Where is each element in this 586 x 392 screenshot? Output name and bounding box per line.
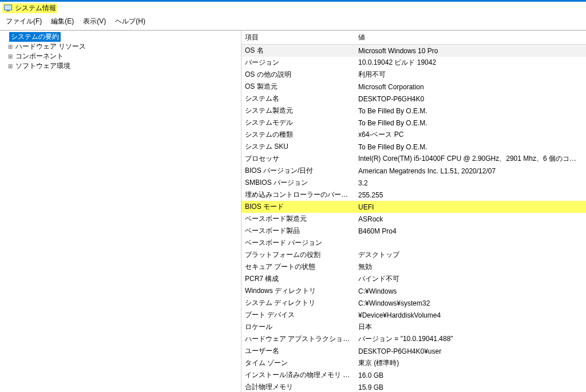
table-row[interactable]: システムの種類x64-ベース PC bbox=[241, 129, 586, 141]
cell-value: Microsoft Corporation bbox=[355, 81, 586, 93]
cell-field: セキュア ブートの状態 bbox=[241, 261, 355, 273]
cell-field: BIOS モード bbox=[241, 201, 355, 213]
detail-pane[interactable]: 項目 値 OS 名Microsoft Windows 10 Proバージョン10… bbox=[241, 31, 586, 392]
cell-field: 埋め込みコントローラーのバージョン bbox=[241, 189, 355, 201]
cell-value: 16.0 GB bbox=[355, 369, 586, 381]
cell-value: To Be Filled By O.E.M. bbox=[355, 117, 586, 129]
menubar: ファイル(F) 編集(E) 表示(V) ヘルプ(H) bbox=[0, 14, 586, 30]
content-split: + システムの要約 ⊞ハードウェア リソース⊞コンポーネント⊞ソフトウェア環境 … bbox=[0, 30, 586, 392]
table-row[interactable]: OS 製造元Microsoft Corporation bbox=[241, 81, 586, 93]
cell-field: BIOS バージョン/日付 bbox=[241, 165, 355, 177]
cell-value: 利用不可 bbox=[355, 69, 586, 81]
cell-field: ロケール bbox=[241, 321, 355, 333]
table-row[interactable]: システム SKUTo Be Filled By O.E.M. bbox=[241, 141, 586, 153]
cell-value: Microsoft Windows 10 Pro bbox=[355, 45, 586, 57]
cell-value: B460M Pro4 bbox=[355, 225, 586, 237]
tree-pane[interactable]: + システムの要約 ⊞ハードウェア リソース⊞コンポーネント⊞ソフトウェア環境 bbox=[0, 31, 241, 392]
tree-item[interactable]: ⊞ソフトウェア環境 bbox=[0, 61, 241, 71]
menu-help[interactable]: ヘルプ(H) bbox=[112, 15, 149, 27]
cell-value: C:¥Windows bbox=[355, 285, 586, 297]
table-row[interactable]: バージョン10.0.19042 ビルド 19042 bbox=[241, 57, 586, 69]
tree-item[interactable]: ⊞コンポーネント bbox=[0, 52, 241, 61]
table-row[interactable]: ベースボード バージョン bbox=[241, 237, 586, 249]
table-row[interactable]: ユーザー名DESKTOP-P6GH4K0¥user bbox=[241, 345, 586, 357]
cell-field: ベースボード製品 bbox=[241, 225, 355, 237]
tree-root[interactable]: + システムの要約 bbox=[0, 32, 241, 42]
cell-field: 合計物理メモリ bbox=[241, 381, 355, 392]
cell-value: 無効 bbox=[355, 261, 586, 273]
table-row[interactable]: ベースボード製造元ASRock bbox=[241, 213, 586, 225]
expand-icon[interactable]: ⊞ bbox=[7, 63, 14, 69]
cell-value: ASRock bbox=[355, 213, 586, 225]
table-row[interactable]: Windows ディレクトリC:¥Windows bbox=[241, 285, 586, 297]
cell-field: インストール済みの物理メモリ (RA... bbox=[241, 369, 355, 381]
tree-item-label: コンポーネント bbox=[14, 52, 65, 61]
table-row[interactable]: タイム ゾーン東京 (標準時) bbox=[241, 357, 586, 369]
col-header-field[interactable]: 項目 bbox=[241, 31, 355, 45]
cell-value: DESKTOP-P6GH4K0 bbox=[355, 93, 586, 105]
menu-view[interactable]: 表示(V) bbox=[80, 15, 109, 27]
expand-icon[interactable]: ⊞ bbox=[7, 53, 14, 60]
svg-rect-1 bbox=[5, 5, 11, 10]
table-row[interactable]: セキュア ブートの状態無効 bbox=[241, 261, 586, 273]
cell-value: バインド不可 bbox=[355, 273, 586, 285]
menu-file[interactable]: ファイル(F) bbox=[2, 15, 45, 27]
table-row[interactable]: ベースボード製品B460M Pro4 bbox=[241, 225, 586, 237]
cell-field: プラットフォームの役割 bbox=[241, 249, 355, 261]
table-row[interactable]: システム名DESKTOP-P6GH4K0 bbox=[241, 93, 586, 105]
app-icon bbox=[3, 3, 13, 13]
cell-field: バージョン bbox=[241, 57, 355, 69]
cell-field: ユーザー名 bbox=[241, 345, 355, 357]
table-row[interactable]: システム ディレクトリC:¥Windows¥system32 bbox=[241, 297, 586, 309]
tree-item[interactable]: ⊞ハードウェア リソース bbox=[0, 42, 241, 52]
cell-value: Intel(R) Core(TM) i5-10400F CPU @ 2.90GH… bbox=[355, 153, 586, 165]
detail-table: 項目 値 OS 名Microsoft Windows 10 Proバージョン10… bbox=[241, 31, 586, 392]
tree-item-label: ソフトウェア環境 bbox=[14, 61, 72, 71]
cell-value: C:¥Windows¥system32 bbox=[355, 297, 586, 309]
table-row[interactable]: ハードウェア アブストラクション レイ...バージョン = "10.0.1904… bbox=[241, 333, 586, 345]
table-row[interactable]: システムモデルTo Be Filled By O.E.M. bbox=[241, 117, 586, 129]
table-row[interactable]: OS の他の説明利用不可 bbox=[241, 69, 586, 81]
titlebar[interactable]: システム情報 bbox=[0, 2, 586, 14]
cell-field: ハードウェア アブストラクション レイ... bbox=[241, 333, 355, 345]
cell-value: ¥Device¥HarddiskVolume4 bbox=[355, 309, 586, 321]
table-row[interactable]: システム製造元To Be Filled By O.E.M. bbox=[241, 105, 586, 117]
cell-value: DESKTOP-P6GH4K0¥user bbox=[355, 345, 586, 357]
cell-field: システム SKU bbox=[241, 141, 355, 153]
table-row[interactable]: 埋め込みコントローラーのバージョン255.255 bbox=[241, 189, 586, 201]
col-header-value[interactable]: 値 bbox=[355, 31, 586, 45]
cell-field: OS 製造元 bbox=[241, 81, 355, 93]
cell-field: Windows ディレクトリ bbox=[241, 285, 355, 297]
table-row[interactable]: PCR7 構成バインド不可 bbox=[241, 273, 586, 285]
cell-field: システムモデル bbox=[241, 117, 355, 129]
tree-root-label: システムの要約 bbox=[9, 32, 61, 42]
cell-field: OS の他の説明 bbox=[241, 69, 355, 81]
table-row[interactable]: ブート デバイス¥Device¥HarddiskVolume4 bbox=[241, 309, 586, 321]
cell-value: 255.255 bbox=[355, 189, 586, 201]
cell-value bbox=[355, 237, 586, 249]
cell-field: OS 名 bbox=[241, 45, 355, 57]
cell-value: American Megatrends Inc. L1.51, 2020/12/… bbox=[355, 165, 586, 177]
table-row[interactable]: BIOS バージョン/日付American Megatrends Inc. L1… bbox=[241, 165, 586, 177]
table-row[interactable]: プロセッサIntel(R) Core(TM) i5-10400F CPU @ 2… bbox=[241, 153, 586, 165]
cell-field: SMBIOS バージョン bbox=[241, 177, 355, 189]
menu-edit[interactable]: 編集(E) bbox=[47, 15, 77, 27]
expand-icon[interactable]: ⊞ bbox=[7, 43, 14, 50]
cell-field: プロセッサ bbox=[241, 153, 355, 165]
table-row[interactable]: 合計物理メモリ15.9 GB bbox=[241, 381, 586, 392]
cell-value: 10.0.19042 ビルド 19042 bbox=[355, 57, 586, 69]
cell-value: 15.9 GB bbox=[355, 381, 586, 392]
cell-value: To Be Filled By O.E.M. bbox=[355, 141, 586, 153]
table-row[interactable]: プラットフォームの役割デスクトップ bbox=[241, 249, 586, 261]
cell-field: システム ディレクトリ bbox=[241, 297, 355, 309]
cell-value: バージョン = "10.0.19041.488" bbox=[355, 333, 586, 345]
table-row[interactable]: OS 名Microsoft Windows 10 Pro bbox=[241, 45, 586, 57]
cell-field: ベースボード製造元 bbox=[241, 213, 355, 225]
cell-field: ベースボード バージョン bbox=[241, 237, 355, 249]
cell-field: PCR7 構成 bbox=[241, 273, 355, 285]
table-row[interactable]: インストール済みの物理メモリ (RA...16.0 GB bbox=[241, 369, 586, 381]
table-row[interactable]: SMBIOS バージョン3.2 bbox=[241, 177, 586, 189]
svg-rect-2 bbox=[6, 10, 10, 11]
table-row[interactable]: BIOS モードUEFI bbox=[241, 201, 586, 213]
table-row[interactable]: ロケール日本 bbox=[241, 321, 586, 333]
